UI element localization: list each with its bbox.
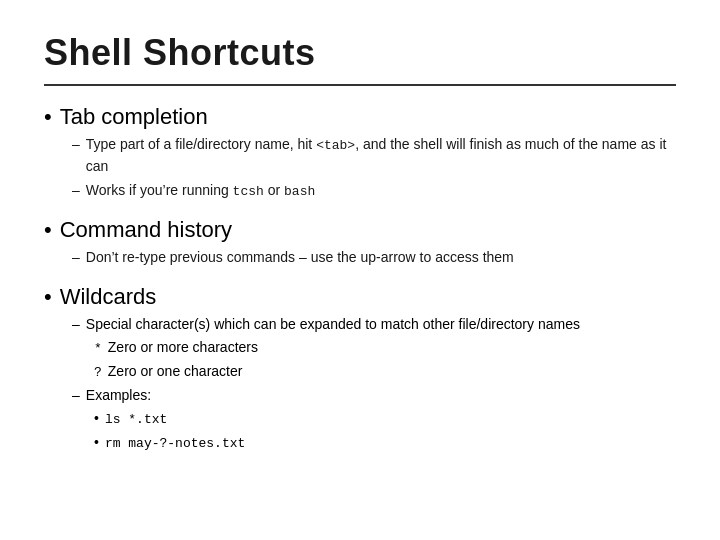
nested-list: • ls *.txt • rm may-?-notes.txt bbox=[72, 408, 676, 453]
sub-item-text: Special character(s) which can be expand… bbox=[86, 314, 580, 335]
slide: Shell Shortcuts • Tab completion – Type … bbox=[0, 0, 720, 540]
list-item: – Works if you’re running tcsh or bash bbox=[72, 180, 676, 202]
code-tcsh: tcsh bbox=[233, 184, 264, 199]
main-list: • Tab completion – Type part of a file/d… bbox=[44, 104, 676, 453]
section-label: Command history bbox=[60, 217, 232, 243]
sub-item-text: Don’t re-type previous commands – use th… bbox=[86, 247, 514, 268]
wildcard-star: * bbox=[94, 339, 102, 359]
wildcard-question: ? bbox=[94, 363, 102, 383]
code-tag: <tab> bbox=[316, 138, 355, 153]
list-item: • rm may-?-notes.txt bbox=[94, 432, 676, 454]
sub-item-text: Works if you’re running tcsh or bash bbox=[86, 180, 315, 202]
dash-icon: – bbox=[72, 180, 80, 201]
section-label: Wildcards bbox=[60, 284, 157, 310]
dash-icon: – bbox=[72, 247, 80, 268]
divider bbox=[44, 84, 676, 86]
bullet-icon: • bbox=[44, 286, 52, 308]
dash-icon: – bbox=[72, 314, 80, 335]
list-item: • ls *.txt bbox=[94, 408, 676, 430]
example-code: rm may-?-notes.txt bbox=[105, 434, 245, 454]
nested-text: Zero or one character bbox=[108, 361, 243, 382]
code-bash: bash bbox=[284, 184, 315, 199]
list-item: – Special character(s) which can be expa… bbox=[72, 314, 676, 382]
list-item: – Examples: • ls *.txt • rm may-?-notes.… bbox=[72, 385, 676, 453]
dash-icon: – bbox=[72, 134, 80, 155]
nested-list: * Zero or more characters ? Zero or one … bbox=[72, 337, 676, 382]
list-item: – Type part of a file/directory name, hi… bbox=[72, 134, 676, 177]
sub-list: – Special character(s) which can be expa… bbox=[44, 314, 676, 453]
list-item: * Zero or more characters bbox=[94, 337, 676, 359]
list-item: – Don’t re-type previous commands – use … bbox=[72, 247, 676, 268]
example-code: ls *.txt bbox=[105, 410, 167, 430]
nested-text: Zero or more characters bbox=[108, 337, 258, 358]
bullet-icon: • bbox=[44, 106, 52, 128]
sub-list: – Type part of a file/directory name, hi… bbox=[44, 134, 676, 201]
section-label: Tab completion bbox=[60, 104, 208, 130]
bullet-icon: • bbox=[44, 219, 52, 241]
list-item: • Wildcards – Special character(s) which… bbox=[44, 284, 676, 453]
list-item: • Tab completion – Type part of a file/d… bbox=[44, 104, 676, 201]
sub-list: – Don’t re-type previous commands – use … bbox=[44, 247, 676, 268]
list-item: ? Zero or one character bbox=[94, 361, 676, 383]
dash-icon: – bbox=[72, 385, 80, 406]
list-item: • Command history – Don’t re-type previo… bbox=[44, 217, 676, 268]
sub-item-text: Type part of a file/directory name, hit … bbox=[86, 134, 676, 177]
sub-item-text: Examples: bbox=[86, 385, 151, 406]
bullet-icon: • bbox=[94, 432, 99, 453]
slide-title: Shell Shortcuts bbox=[44, 32, 676, 74]
bullet-icon: • bbox=[94, 408, 99, 429]
